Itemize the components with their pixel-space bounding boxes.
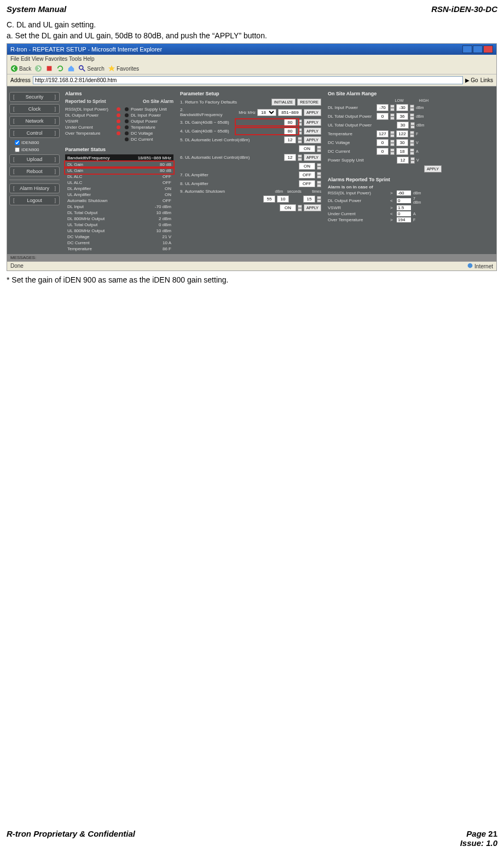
asd-dbm-input[interactable] xyxy=(263,195,275,203)
close-icon[interactable] xyxy=(483,45,493,53)
spinner-icon[interactable]: ▲▼ xyxy=(410,105,414,111)
check-iden800[interactable]: IDEN800 xyxy=(15,140,60,145)
range-lo-input[interactable] xyxy=(376,148,389,155)
sidebar-item-reboot[interactable]: [Reboot] xyxy=(9,166,60,176)
sidebar-item-control[interactable]: [Control] xyxy=(9,128,60,138)
dl-gain-input[interactable] xyxy=(284,119,296,126)
range-hi-input[interactable] xyxy=(396,104,408,111)
back-button[interactable]: Back xyxy=(10,65,31,72)
spinner-icon[interactable]: ▲▼ xyxy=(317,163,321,170)
dl-alc-apply-button[interactable]: APPLY xyxy=(304,136,321,143)
sidebar-item-security[interactable]: [Security] xyxy=(9,92,60,102)
range-hi-input[interactable] xyxy=(396,148,408,155)
range-hi-input[interactable] xyxy=(396,130,408,137)
asd-on-input[interactable] xyxy=(280,204,296,211)
alarm-r: DC Current xyxy=(131,137,153,142)
go-button[interactable]: ▶ Go xyxy=(465,77,478,83)
sidebar-item-clock[interactable]: [Clock] xyxy=(9,104,60,114)
ul-amp-input[interactable] xyxy=(299,180,315,187)
range-lo-input[interactable] xyxy=(376,139,389,146)
pstatus-r: 80 dB xyxy=(160,162,171,167)
spinner-icon[interactable]: ▲▼ xyxy=(410,140,414,146)
initialize-button[interactable]: INITIALIZE xyxy=(271,99,296,106)
links-label[interactable]: Links xyxy=(480,77,493,83)
sprint-op: > xyxy=(390,217,395,222)
spinner-icon[interactable]: ▲▼ xyxy=(298,205,302,211)
spinner-icon[interactable]: ▲▼ xyxy=(410,131,414,137)
param-sublabel: MHz MHz xyxy=(224,111,256,114)
restore-button[interactable]: RESTORE xyxy=(297,99,321,106)
asd-apply-button[interactable]: APPLY xyxy=(304,204,321,211)
pstatus-l: DL Input xyxy=(67,204,84,209)
svg-line-4 xyxy=(83,69,85,71)
range-hi-input[interactable] xyxy=(397,122,409,129)
ul-gain-input[interactable] xyxy=(284,128,296,135)
range-lo-input[interactable] xyxy=(376,130,389,137)
spinner-icon[interactable]: ▲▼ xyxy=(298,128,302,135)
spinner-icon[interactable]: ▲▼ xyxy=(317,181,321,187)
freq-input[interactable] xyxy=(278,109,302,116)
sidebar-item-network[interactable]: [Network] xyxy=(9,116,60,126)
ul-alc-apply-button[interactable]: APPLY xyxy=(304,154,321,161)
spinner-icon[interactable]: ▲▼ xyxy=(390,105,395,111)
param-auto-shutdown-on: ▲▼ APPLY xyxy=(180,204,321,211)
alarms-sub-left: Reported to Sprint xyxy=(65,99,106,104)
spinner-icon[interactable]: ▲▼ xyxy=(390,131,395,137)
spinner-icon[interactable]: ▲▼ xyxy=(410,122,415,129)
favorites-button[interactable]: Favorites xyxy=(108,65,139,72)
address-input[interactable] xyxy=(33,76,463,84)
ul-alc-input[interactable] xyxy=(284,154,296,161)
range-lo-input[interactable] xyxy=(376,104,389,111)
sidebar-item-upload[interactable]: [Upload] xyxy=(9,154,60,164)
range-hi-input[interactable] xyxy=(396,139,408,146)
step-c: C. DL and UL gain setting. xyxy=(7,20,497,29)
minimize-icon[interactable] xyxy=(462,45,472,53)
spinner-icon[interactable]: ▲▼ xyxy=(298,119,302,126)
bw-apply-button[interactable]: APPLY xyxy=(304,109,321,116)
pstatus-row: UL AmplifierON xyxy=(65,192,173,198)
sidebar-item-alarm-history[interactable]: [Alarm History] xyxy=(9,183,60,193)
sidebar-item-logout[interactable]: [Logout] xyxy=(9,195,60,205)
bw-select[interactable]: 18 xyxy=(257,109,276,116)
status-dot-icon xyxy=(125,107,129,111)
refresh-button[interactable] xyxy=(56,65,64,72)
checkbox-iden800[interactable] xyxy=(15,140,20,145)
dl-alc-on-input[interactable] xyxy=(299,145,315,152)
spinner-icon[interactable]: ▲▼ xyxy=(298,137,302,143)
range-hi-input[interactable] xyxy=(397,157,409,164)
range-unit: dBm xyxy=(416,123,427,127)
spinner-icon[interactable]: ▲▼ xyxy=(410,148,414,155)
dl-alc-input[interactable] xyxy=(284,136,296,143)
ul-alc-on-input[interactable] xyxy=(299,163,315,170)
spinner-icon[interactable]: ▲▼ xyxy=(410,113,414,120)
alarm-r: Output Power xyxy=(131,119,158,124)
asd-sec-input[interactable] xyxy=(277,195,289,203)
checkbox-iden900[interactable] xyxy=(15,147,20,152)
spinner-icon[interactable]: ▲▼ xyxy=(390,113,395,120)
spinner-icon[interactable]: ▲▼ xyxy=(390,140,395,146)
menu-bar[interactable]: File Edit View Favorites Tools Help xyxy=(7,55,496,63)
range-lo-input[interactable] xyxy=(376,113,389,120)
dl-gain-apply-button[interactable]: APPLY xyxy=(304,119,321,126)
range-apply-button[interactable]: APPLY xyxy=(424,165,442,172)
spinner-icon[interactable]: ▲▼ xyxy=(317,172,321,179)
maximize-icon[interactable] xyxy=(473,45,483,53)
spinner-icon[interactable]: ▲▼ xyxy=(317,196,321,203)
asd-times-input[interactable] xyxy=(303,195,315,203)
param-dl-gain: 3. DL Gain(40dB ~ 65dB) ▲▼ APPLY xyxy=(180,119,321,126)
pstatus-r: -70 dBm xyxy=(155,204,171,209)
spinner-icon[interactable]: ▲▼ xyxy=(390,148,395,155)
sprint-v: -60 xyxy=(397,191,411,195)
spinner-icon[interactable]: ▲▼ xyxy=(410,157,415,164)
stop-button[interactable] xyxy=(45,65,53,72)
window-controls[interactable] xyxy=(462,45,493,53)
search-button[interactable]: Search xyxy=(78,65,105,72)
spinner-icon[interactable]: ▲▼ xyxy=(317,146,321,152)
range-hi-input[interactable] xyxy=(396,113,408,120)
forward-button[interactable] xyxy=(34,65,42,72)
check-iden900[interactable]: IDEN900 xyxy=(15,147,60,152)
home-button[interactable] xyxy=(67,65,75,72)
ul-gain-apply-button[interactable]: APPLY xyxy=(304,128,321,135)
dl-amp-input[interactable] xyxy=(299,171,315,179)
spinner-icon[interactable]: ▲▼ xyxy=(298,154,302,161)
